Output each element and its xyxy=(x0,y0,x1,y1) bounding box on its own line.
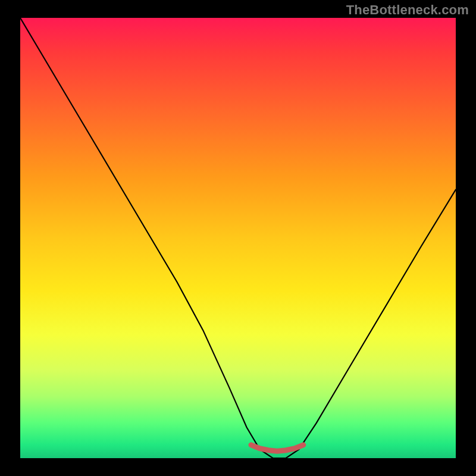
watermark-text: TheBottleneck.com xyxy=(346,2,469,18)
curves-svg xyxy=(20,18,456,458)
chart-frame: TheBottleneck.com xyxy=(0,0,476,476)
bottleneck-curve xyxy=(20,18,456,458)
plot-area xyxy=(20,18,456,458)
optimal-marker xyxy=(251,445,303,451)
